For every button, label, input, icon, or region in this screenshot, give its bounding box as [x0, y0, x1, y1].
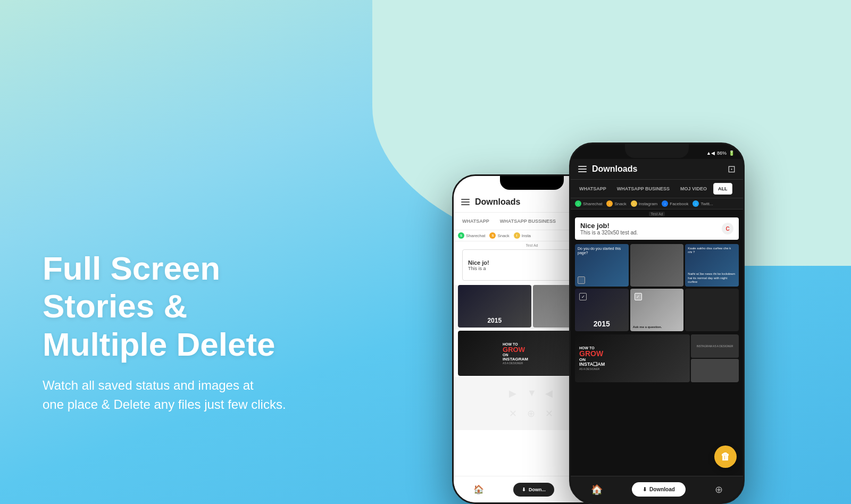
- dark-grow-text: HOW TO GROW ON INSTA❑AM AS A DESIGNER: [579, 346, 605, 371]
- hamburger-icon-light[interactable]: [461, 199, 470, 205]
- dark-home-icon: 🏠: [591, 484, 603, 495]
- light-grow-grow: GROW: [503, 346, 528, 353]
- dark-ad-container: Test Ad Nice job! This is a 320x50 test …: [571, 209, 743, 242]
- dark-home-btn[interactable]: 🏠: [591, 484, 603, 495]
- dark-source-facebook-label: Facebook: [670, 201, 688, 206]
- light-home-btn[interactable]: 🏠: [473, 484, 484, 494]
- dark-status-icons: ▲◀ 86% 🔋: [706, 150, 735, 156]
- dark-source-twitt: ↓ Twitt...: [693, 200, 713, 207]
- dark-grow-side: INSTAGRAM AS A DESIGNER: [691, 334, 739, 382]
- dark-grow-main: HOW TO GROW ON INSTA❑AM AS A DESIGNER: [575, 334, 690, 382]
- dot-insta: I: [514, 232, 520, 239]
- dark-header-title: Downloads: [592, 164, 728, 174]
- light-download-btn[interactable]: ⬇ Down...: [513, 483, 554, 497]
- dark-grow-card: HOW TO GROW ON INSTA❑AM AS A DESIGNER IN…: [575, 334, 739, 382]
- battery-icon: 🔋: [729, 150, 735, 156]
- dark-tab-moj[interactable]: MOJ VIDEO: [676, 183, 711, 195]
- light-year-label: 2015: [487, 317, 502, 324]
- dark-source-instagram-label: Instagram: [639, 201, 658, 206]
- notch-dark: [625, 144, 689, 158]
- headline: Full Screen Stories & Multiple Delete: [43, 249, 314, 363]
- dark-cell-q1-text: Do you do you started this page?: [578, 247, 626, 256]
- dark-cell-question1: Do you do you started this page?: [575, 244, 629, 287]
- dark-cell-video-thumb: [630, 244, 684, 287]
- dark-cell-q2-text: Kaale aakho diss curfew che k nhi ?: [688, 247, 736, 254]
- dot-sharechat: S: [458, 232, 464, 239]
- source-snack: S Snack: [489, 232, 509, 239]
- dark-filter-tabs: WHATSAPP WHATSAPP BUSINESS MOJ VIDEO ALL: [571, 180, 743, 198]
- phone-dark-wrapper: ▲◀ 86% 🔋 Downloads ⊡: [569, 142, 745, 504]
- source-sharechat-label: Sharechat: [466, 233, 485, 238]
- light-home-icon: 🏠: [473, 484, 484, 494]
- dark-tab-all[interactable]: ALL: [713, 183, 732, 195]
- source-snack-label: Snack: [497, 233, 509, 238]
- hamburger-icon-dark[interactable]: [578, 166, 587, 172]
- dark-cell-question2: Kaale aakho diss curfew che k nhi ? Nath…: [685, 244, 739, 287]
- dark-source-twitt-label: Twitt...: [700, 201, 713, 206]
- dark-download-btn[interactable]: ⬇ Download: [632, 482, 686, 497]
- dark-cell-ask-label: Ask me a question.: [633, 325, 681, 329]
- dark-bottom-bar: 🏠 ⬇ Download ⊕: [571, 476, 743, 502]
- headline-line2: Multiple Delete: [43, 326, 276, 363]
- light-grow-on: ON: [503, 353, 528, 357]
- dot-snack: S: [489, 232, 496, 239]
- light-ad-nicejob: Nice jo!: [468, 259, 489, 266]
- dark-source-instagram: ↓ Instagram: [631, 200, 658, 207]
- signal-icon: ▲◀: [706, 150, 715, 156]
- dark-grow-designer: AS A DESIGNER: [579, 367, 605, 371]
- dark-cell-2015-checkbox: ✓: [579, 293, 587, 300]
- dark-source-sharechat-label: Sharechat: [583, 201, 602, 206]
- dark-ad-desc: This is a 320x50 test ad.: [580, 230, 638, 236]
- dark-dot-twitt: ↓: [693, 200, 699, 207]
- source-insta: I Insta: [514, 232, 531, 239]
- headline-line1: Full Screen Stories &: [43, 250, 220, 324]
- dark-grow-side-1: INSTAGRAM AS A DESIGNER: [691, 334, 739, 358]
- dark-source-facebook: ↓ Facebook: [662, 200, 688, 207]
- dark-year-label: 2015: [594, 320, 610, 328]
- dark-grow-grow: GROW: [579, 350, 605, 357]
- left-text-section: Full Screen Stories & Multiple Delete Wa…: [0, 90, 346, 414]
- dark-tab-whatsapp[interactable]: WHATSAPP: [575, 183, 611, 195]
- dark-ad-banner: Nice job! This is a 320x50 test ad. C: [575, 217, 739, 240]
- dark-translate-icon[interactable]: ⊡: [728, 163, 736, 175]
- dark-cell-2015: ✓ 2015: [575, 289, 629, 331]
- dark-source-row: ↓ Sharechat ↓ Snack ↓ Instagram ↓: [571, 198, 743, 209]
- dark-media-grid-row2: ✓ 2015 ✓ Ask me a question.: [571, 289, 743, 333]
- dark-cell-empty: [685, 289, 739, 331]
- light-ad-desc: This is a: [468, 266, 489, 271]
- light-grow-text: HOW TO GROW ON INSTAGRAM AS A DESIGNER: [503, 342, 528, 365]
- dark-dot-sharechat: ↓: [575, 200, 581, 207]
- light-download-icon: ⬇: [522, 487, 526, 492]
- dark-source-sharechat: ↓ Sharechat: [575, 200, 602, 207]
- source-insta-label: Insta: [522, 233, 531, 238]
- light-tab-whatsapp[interactable]: WHATSAPP: [458, 216, 494, 226]
- dark-ad-content: Nice job! This is a 320x50 test ad.: [580, 222, 638, 236]
- dark-media-grid: Do you do you started this page? Kaale a…: [571, 242, 743, 289]
- dark-source-snack-label: Snack: [614, 201, 626, 206]
- dark-download-label: Download: [649, 486, 675, 492]
- phone-dark: ▲◀ 86% 🔋 Downloads ⊡: [569, 142, 745, 504]
- dark-dot-snack: ↓: [606, 200, 613, 207]
- light-ad-content: Nice jo! This is a: [468, 259, 489, 271]
- dark-dot-facebook: ↓: [662, 200, 668, 207]
- dark-grow-side-2: [691, 359, 739, 382]
- notch-light: [500, 176, 564, 190]
- source-sharechat: S Sharechat: [458, 232, 485, 239]
- delete-fab[interactable]: 🗑: [714, 446, 737, 468]
- light-grow-insta: INSTAGRAM: [503, 357, 528, 362]
- light-watermark-shapes: ▶▼◀ ✕⊕✕: [509, 388, 554, 419]
- fab-trash-icon: 🗑: [721, 451, 730, 463]
- phones-section: Downloads ⋮ WHATSAPP WHATSAPP BUSSINESS …: [346, 0, 851, 504]
- light-download-label: Down...: [529, 487, 546, 492]
- dark-cell-ask-checkbox: ✓: [635, 293, 642, 300]
- dark-grow-insta: INSTA❑AM: [579, 362, 605, 367]
- dark-dot-instagram: ↓: [631, 200, 637, 207]
- light-tab-whatsapp-biz[interactable]: WHATSAPP BUSSINESS: [496, 216, 560, 226]
- dark-cell-q1-checkbox: [578, 276, 585, 284]
- dark-ad-nicejob: Nice job!: [580, 222, 638, 230]
- dark-ad-logo: C: [722, 223, 733, 234]
- dark-save-btn[interactable]: ⊕: [715, 484, 723, 495]
- dark-tab-whatsapp-biz[interactable]: WHATSAPP BUSINESS: [613, 183, 674, 195]
- light-cell-2015: 2015: [458, 285, 531, 327]
- light-grow-main: HOW TO GROW ON INSTAGRAM AS A DESIGNER: [458, 331, 573, 376]
